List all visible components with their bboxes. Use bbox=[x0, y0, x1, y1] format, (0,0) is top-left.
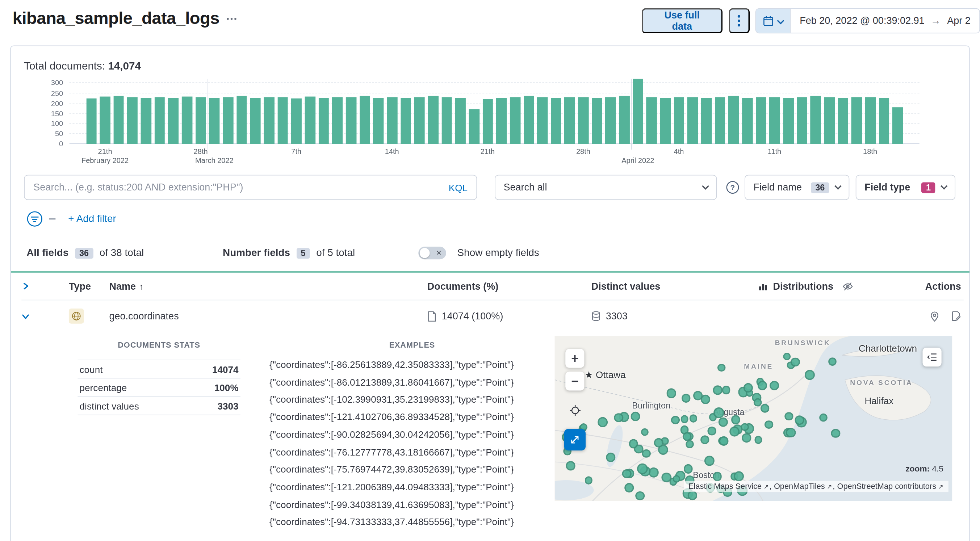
search-input[interactable] bbox=[33, 182, 442, 193]
hide-distributions-button[interactable] bbox=[842, 281, 854, 291]
map-zoom-out-button[interactable]: − bbox=[565, 372, 584, 390]
chart-bar bbox=[387, 97, 397, 144]
chart-x-axis: 21th28th7th14th21th28th4th11th18thFebrua… bbox=[84, 146, 904, 166]
chart-bar bbox=[578, 97, 589, 144]
map-dot bbox=[828, 358, 836, 366]
y-tick-label: 200 bbox=[51, 100, 63, 107]
chart-bar bbox=[182, 97, 192, 144]
chevron-down-icon bbox=[834, 183, 842, 190]
kebab-menu-button[interactable] bbox=[729, 8, 750, 34]
map-dot bbox=[729, 426, 740, 437]
stat-row: count 14074 bbox=[78, 360, 240, 379]
map-dot bbox=[742, 433, 751, 443]
documents-stats-title: DOCUMENTS STATS bbox=[78, 341, 240, 349]
title-options-icon[interactable] bbox=[226, 16, 237, 21]
x-month-label: March 2022 bbox=[195, 156, 234, 164]
chart-bar bbox=[619, 95, 630, 144]
map-dot bbox=[686, 440, 694, 449]
chart-bar bbox=[237, 96, 247, 144]
use-full-data-button[interactable]: Use full data bbox=[642, 8, 722, 34]
map[interactable]: BRUNSWICKCharlottetown★ OttawaMAINENOVA … bbox=[555, 336, 953, 501]
map-label: NOVA SCOTIA bbox=[850, 379, 913, 387]
map-locate-button[interactable] bbox=[565, 401, 584, 419]
page-title: kibana_sample_data_logs bbox=[13, 9, 220, 28]
chart-bar bbox=[154, 97, 165, 144]
example-value: {"coordinates":[-121.4102706,36.89334528… bbox=[269, 409, 555, 426]
attribution-link[interactable]: OpenStreetMap contributors bbox=[837, 482, 936, 491]
chart-bar bbox=[797, 97, 807, 144]
all-fields-label: All fields bbox=[26, 247, 68, 259]
filter-icon[interactable] bbox=[26, 211, 43, 227]
external-link-icon: ↗ bbox=[764, 484, 769, 490]
attribution-link[interactable]: OpenMapTiles bbox=[774, 482, 825, 491]
map-dot bbox=[719, 417, 728, 426]
map-zoom-in-button[interactable]: + bbox=[565, 349, 584, 368]
date-range-start[interactable]: Feb 20, 2022 @ 00:39:02.91 bbox=[800, 15, 924, 26]
map-expand-button[interactable] bbox=[564, 429, 585, 450]
attribution-link[interactable]: Elastic Maps Service bbox=[689, 482, 762, 491]
chart-bar bbox=[851, 97, 862, 144]
view-in-maps-button[interactable] bbox=[930, 311, 940, 321]
edit-field-button[interactable] bbox=[951, 311, 961, 321]
expand-all-button[interactable] bbox=[21, 282, 50, 290]
map-dot bbox=[785, 412, 794, 421]
help-button[interactable]: ? bbox=[726, 180, 740, 194]
chart-bar bbox=[878, 98, 889, 144]
col-name-label: Name bbox=[109, 281, 136, 291]
chart-bar bbox=[824, 97, 835, 144]
col-name[interactable]: Name↑ bbox=[91, 281, 401, 292]
field-type-dropdown[interactable]: Field type 1 bbox=[856, 175, 955, 200]
y-tick-label: 50 bbox=[55, 130, 63, 138]
example-value: {"coordinates":[-99.34038139,41.63695083… bbox=[269, 496, 555, 513]
eye-slash-icon bbox=[842, 281, 854, 291]
documents-chart: 050100150200250300 21th28th7th14th21th28… bbox=[24, 79, 956, 167]
table-header-row: Type Name↑ Documents (%) Distinct values… bbox=[21, 273, 963, 301]
example-value: {"coordinates":[-75.76974472,39.83052639… bbox=[269, 461, 555, 478]
map-dot bbox=[636, 492, 644, 500]
examples-list: {"coordinates":[-86.25613889,42.35083333… bbox=[269, 356, 555, 531]
stats-table: count 14074 percentage 100% distinct val… bbox=[78, 360, 240, 415]
chart-bar bbox=[565, 97, 575, 144]
date-range-end[interactable]: Apr 2 bbox=[947, 15, 970, 26]
chart-bar bbox=[455, 98, 466, 144]
y-tick-label: 300 bbox=[51, 79, 63, 87]
chart-bar bbox=[291, 98, 302, 144]
map-label: Halifax bbox=[864, 395, 893, 406]
chart-bar bbox=[674, 97, 684, 144]
show-empty-fields-toggle[interactable]: × bbox=[418, 247, 446, 259]
row-collapse-button[interactable] bbox=[21, 312, 50, 320]
saved-query-select[interactable]: Search all bbox=[495, 175, 717, 200]
chevron-down-icon bbox=[777, 18, 784, 25]
map-dot bbox=[713, 472, 722, 481]
x-month-label: April 2022 bbox=[622, 156, 654, 164]
legend-collapse-icon bbox=[927, 352, 937, 362]
map-legend-button[interactable] bbox=[923, 348, 941, 366]
field-name-cell[interactable]: geo.coordinates bbox=[91, 310, 401, 321]
chart-bar bbox=[305, 97, 315, 144]
map-dot bbox=[708, 426, 716, 435]
chart-bar bbox=[742, 98, 752, 144]
add-filter-button[interactable]: + Add filter bbox=[68, 213, 116, 224]
distinct-values-cell: 3303 bbox=[567, 310, 733, 321]
y-tick-label: 250 bbox=[51, 89, 63, 97]
document-icon bbox=[427, 311, 437, 321]
chart-bar bbox=[428, 96, 438, 144]
chart-bar bbox=[264, 97, 274, 144]
col-distinct-values: Distinct values bbox=[567, 281, 733, 292]
chart-bar bbox=[715, 97, 725, 144]
date-quick-select-button[interactable] bbox=[756, 9, 791, 33]
stat-value: 14074 bbox=[212, 364, 239, 375]
map-dot bbox=[673, 475, 680, 483]
chart-bar bbox=[318, 98, 329, 144]
chart-bar bbox=[510, 97, 520, 144]
chart-bar bbox=[86, 99, 97, 144]
kql-button[interactable]: KQL bbox=[449, 182, 468, 193]
date-range-arrow-icon: → bbox=[931, 15, 941, 26]
fields-summary-bar: All fields 36 of 38 total Number fields … bbox=[24, 244, 956, 262]
map-dot bbox=[598, 417, 608, 427]
field-name-dropdown[interactable]: Field name 36 bbox=[745, 175, 849, 200]
chart-bar bbox=[441, 97, 452, 144]
chart-bar bbox=[113, 96, 124, 144]
map-dot bbox=[722, 386, 730, 395]
chart-bar bbox=[660, 98, 671, 144]
